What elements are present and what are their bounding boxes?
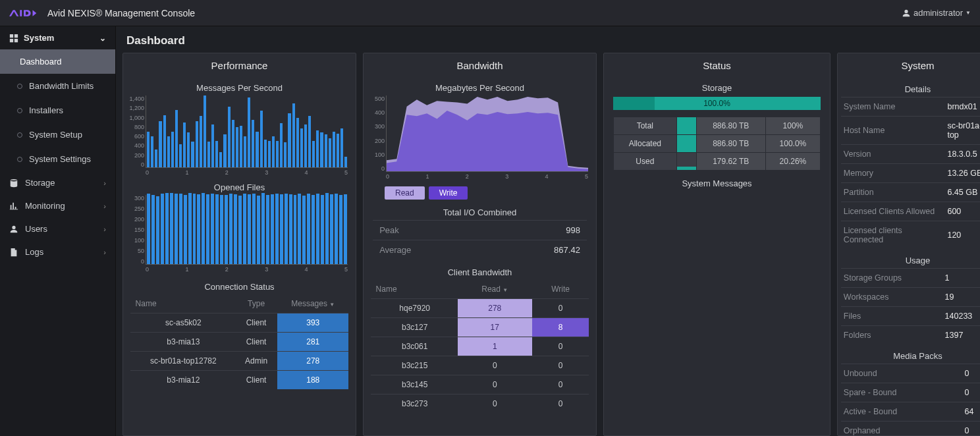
radio-icon — [17, 132, 22, 138]
avid-logo-icon — [9, 8, 41, 18]
table-row: Host Namesc-br01a-top — [841, 117, 980, 145]
users-icon — [9, 225, 18, 234]
panel-title: Bandwidth — [364, 53, 596, 78]
logs-icon — [9, 248, 18, 257]
sidebar-group-users[interactable]: Users› — [0, 217, 115, 240]
client-bandwidth-table: NameRead ▼Write hqe79202780b3c127178b3c0… — [371, 280, 589, 413]
table-row[interactable]: b3c21500 — [371, 356, 589, 375]
sidebar-section-system[interactable]: System ⌄ — [0, 26, 115, 49]
user-icon — [902, 9, 911, 18]
chevron-right-icon: › — [103, 248, 106, 256]
table-row: Licensed clients Connected120 — [841, 221, 980, 250]
sort-messages[interactable]: Messages ▼ — [277, 294, 348, 313]
storage-table: Total886.80 TB100%Allocated886.80 TB100.… — [613, 117, 821, 171]
table-row: Memory13.26 GB — [841, 164, 980, 183]
page-title: Dashboard — [116, 26, 980, 53]
table-row[interactable]: b3c14500 — [371, 375, 589, 395]
caret-down-icon: ▼ — [966, 10, 971, 16]
section-title: Storage — [604, 83, 830, 93]
section-title: Details — [838, 84, 980, 94]
panel-system: System Details System Namebrndx01Host Na… — [837, 53, 980, 436]
section-title: Client Bandwidth — [364, 267, 596, 277]
table-row[interactable]: hqe79202780 — [371, 299, 589, 318]
table-row: Licensed Clients Allowed600 — [841, 202, 980, 221]
section-title: Media Packs — [838, 351, 980, 361]
chart-title: Opened Files — [123, 182, 356, 192]
opened-files-chart: 300250200150100500 012345 — [146, 195, 348, 274]
topbar: Avid NEXIS® Management Console administr… — [0, 0, 980, 26]
sidebar-item-installers[interactable]: Installers — [0, 98, 115, 123]
storage-icon — [9, 178, 18, 188]
panel-performance: Performance Messages Per Second 1,4001,2… — [122, 53, 356, 436]
chart-title: Megabytes Per Second — [364, 83, 596, 93]
section-title: Usage — [838, 256, 980, 265]
sidebar-group-logs[interactable]: Logs› — [0, 240, 115, 263]
chart-title: Messages Per Second — [123, 83, 356, 93]
connection-table: NameTypeMessages ▼ sc-as5k02Client393b3-… — [130, 294, 349, 389]
caret-down-icon: ▼ — [503, 287, 508, 293]
user-menu[interactable]: administrator ▼ — [902, 8, 971, 18]
table-row[interactable]: b3-mia13Client281 — [130, 333, 349, 352]
sidebar-group-storage[interactable]: Storage› — [0, 171, 115, 194]
table-row: Workspaces19 — [841, 288, 980, 307]
table-row: Orphaned0 — [841, 422, 980, 437]
table-row: Folders1397 — [841, 326, 980, 345]
chevron-right-icon: › — [103, 179, 106, 187]
sidebar-item-dashboard[interactable]: Dashboard — [0, 49, 115, 74]
table-row: Used179.62 TB20.26% — [613, 153, 821, 171]
table-row[interactable]: sc-as5k02Client393 — [130, 313, 349, 333]
svg-rect-4 — [10, 209, 18, 209]
table-row: Active - Bound64 — [841, 402, 980, 422]
monitoring-icon — [9, 202, 18, 211]
app-title: Avid NEXIS® Management Console — [47, 8, 195, 18]
sidebar-item-bandwidth-limits[interactable]: Bandwidth Limits — [0, 74, 115, 98]
chevron-right-icon: › — [103, 225, 106, 233]
sidebar-group-monitoring[interactable]: Monitoring› — [0, 194, 115, 217]
radio-icon — [17, 108, 22, 113]
panel-title: Performance — [123, 53, 356, 78]
table-row: Version18.3.0.5 — [841, 145, 980, 164]
sort-read[interactable]: Read ▼ — [458, 280, 532, 299]
panel-bandwidth: Bandwidth Megabytes Per Second 500400300… — [363, 53, 597, 436]
chevron-right-icon: › — [103, 202, 106, 210]
sidebar: System ⌄ DashboardBandwidth LimitsInstal… — [0, 26, 116, 436]
panel-status: Status Storage 100.0% Total886.80 TB100%… — [603, 53, 830, 436]
table-row: Spare - Bound0 — [841, 383, 980, 402]
panel-title: Status — [604, 53, 830, 78]
combined-io-table: Peak998 Average867.42 — [373, 220, 587, 259]
table-row: Partition6.45 GB — [841, 183, 980, 202]
table-row: Total886.80 TB100% — [613, 117, 821, 135]
legend-read[interactable]: Read — [385, 186, 425, 200]
system-usage-table: Storage Groups1Workspaces19Files140233Fo… — [841, 268, 980, 344]
table-row[interactable]: b3c127178 — [371, 318, 589, 337]
table-row: Storage Groups1 — [841, 269, 980, 288]
radio-icon — [17, 157, 22, 162]
section-title: System Messages — [604, 178, 830, 188]
svg-marker-3 — [33, 10, 37, 16]
legend: Read Write — [385, 186, 596, 200]
section-title: Total I/O Combined — [364, 207, 596, 217]
section-title: Connection Status — [123, 282, 356, 292]
radio-icon — [17, 84, 22, 89]
table-row[interactable]: b3-mia12Client188 — [130, 371, 349, 390]
svg-marker-1 — [14, 10, 19, 16]
sidebar-item-system-settings[interactable]: System Settings — [0, 147, 115, 171]
grid-icon — [9, 34, 18, 43]
bandwidth-chart: 5004003002001000 012345 — [386, 95, 588, 181]
legend-write[interactable]: Write — [429, 186, 468, 200]
messages-chart: 1,4001,2001,0008006004002000 012345 — [146, 95, 348, 177]
system-packs-table: Unbound0Spare - Bound0Active - Bound64Or… — [841, 364, 980, 436]
table-row: Files140233 — [841, 307, 980, 326]
table-row[interactable]: sc-br01a-top12782Admin278 — [130, 352, 349, 371]
table-row: Allocated886.80 TB100.0% — [613, 135, 821, 153]
user-name: administrator — [913, 8, 963, 18]
svg-rect-2 — [20, 10, 22, 16]
chevron-down-icon: ⌄ — [99, 34, 106, 43]
storage-bar: 100.0% — [613, 97, 821, 110]
caret-down-icon: ▼ — [329, 302, 335, 308]
system-details-table: System Namebrndx01Host Namesc-br01a-topV… — [841, 97, 980, 249]
sidebar-item-system-setup[interactable]: System Setup — [0, 123, 115, 147]
table-row[interactable]: b3c06110 — [371, 337, 589, 356]
panel-title: System — [838, 53, 980, 78]
table-row[interactable]: b3c27300 — [371, 395, 589, 414]
